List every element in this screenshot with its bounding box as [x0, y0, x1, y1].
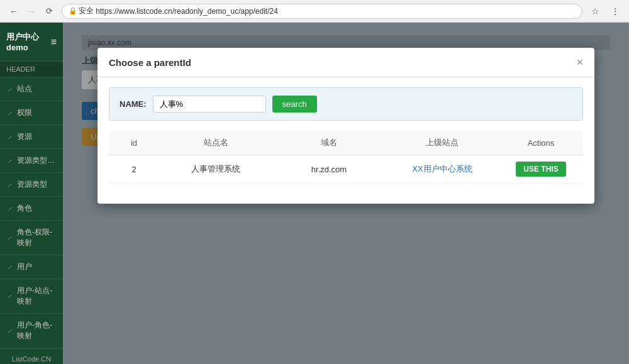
yonghu-icon: ⟋	[6, 263, 13, 271]
sidebar-item-label: 权限	[17, 108, 32, 118]
sidebar-item-yonghu[interactable]: ⟋ 用户	[0, 255, 63, 279]
sidebar-item-label: 站点	[17, 84, 32, 94]
bookmark-button[interactable]: ☆	[587, 4, 603, 19]
parent-link[interactable]: XX用户中心系统	[412, 164, 472, 174]
yonghu-zhangdian-icon: ⟋	[6, 292, 13, 300]
sidebar-item-label: 资源	[17, 131, 32, 142]
sidebar-item-quanxian[interactable]: ⟋ 权限	[0, 101, 63, 125]
table-body: 2 人事管理系统 hr.zd.com XX用户中心系统 USE THIS	[109, 155, 583, 184]
sidebar-item-label: 用户	[17, 262, 32, 272]
sidebar-item-label: 资源类型	[17, 179, 47, 190]
sidebar-item-yonghu-zhangdian[interactable]: ⟋ 用户-站点-映射	[0, 279, 63, 314]
sidebar-item-label: 角色	[17, 203, 32, 214]
quanxian-icon: ⟋	[6, 109, 13, 117]
sidebar-item-ziyuanleixingx[interactable]: ⟋ 资源类型…	[0, 149, 63, 173]
cell-action: USE THIS	[499, 155, 583, 184]
modal-footer	[97, 194, 594, 204]
col-actions: Actions	[499, 131, 583, 155]
table-header: id 站点名 域名 上级站点 Actions	[109, 131, 583, 155]
table-row: 2 人事管理系统 hr.zd.com XX用户中心系统 USE THIS	[109, 155, 583, 184]
sidebar-item-ziyuan[interactable]: ⟋ 资源	[0, 125, 63, 149]
cell-id: 2	[109, 155, 159, 184]
col-name: 站点名	[159, 131, 272, 155]
modal-overlay: Choose a parentId × NAME: search id	[63, 23, 629, 364]
sidebar-item-label: 角色-权限-映射	[17, 227, 57, 248]
search-button[interactable]: search	[272, 96, 317, 113]
search-bar: NAME: search	[109, 87, 583, 121]
col-id: id	[109, 131, 159, 155]
sidebar: 用户中心demo ≡ HEADER ⟋ 站点 ⟋ 权限 ⟋ 资源 ⟋ 资源类型……	[0, 23, 63, 364]
zhangdian-icon: ⟋	[6, 85, 13, 93]
secure-label: 安全	[79, 6, 94, 16]
search-name-label: NAME:	[120, 99, 147, 109]
sidebar-item-yonghu-jiaose[interactable]: ⟋ 用户-角色-映射	[0, 314, 63, 348]
app-container: 用户中心demo ≡ HEADER ⟋ 站点 ⟋ 权限 ⟋ 资源 ⟋ 资源类型……	[0, 23, 629, 364]
sidebar-item-jiaose[interactable]: ⟋ 角色	[0, 197, 63, 221]
reload-button[interactable]: ⟳	[42, 4, 57, 19]
url-text: https://www.listcode.cn/readonly_demo_uc…	[96, 7, 278, 16]
col-domain: 域名	[272, 131, 386, 155]
sidebar-item-label: 用户-站点-映射	[17, 285, 57, 307]
nav-buttons: ← → ⟳	[6, 4, 57, 19]
sidebar-footer: ListCode.CN	[0, 348, 63, 364]
sidebar-nav: HEADER ⟋ 站点 ⟋ 权限 ⟋ 资源 ⟋ 资源类型… ⟋ 资源类型	[0, 62, 63, 348]
jiaose-quanxian-icon: ⟋	[6, 234, 13, 241]
modal-dialog: Choose a parentId × NAME: search id	[97, 48, 594, 204]
modal-header: Choose a parentId ×	[97, 48, 594, 77]
use-this-button[interactable]: USE THIS	[516, 162, 565, 177]
sidebar-header-label: HEADER	[0, 62, 63, 77]
cell-name: 人事管理系统	[159, 155, 272, 184]
sidebar-item-zhangdian[interactable]: ⟋ 站点	[0, 77, 63, 101]
ziyuanleixing-icon: ⟋	[6, 181, 13, 189]
jiaose-icon: ⟋	[6, 205, 13, 212]
address-bar[interactable]: 🔒 安全 https://www.listcode.cn/readonly_de…	[62, 4, 582, 19]
forward-button[interactable]: →	[24, 4, 39, 19]
cell-parent: XX用户中心系统	[386, 155, 499, 184]
sidebar-item-label: 资源类型…	[17, 155, 55, 166]
secure-icon: 🔒	[69, 7, 77, 15]
search-input[interactable]	[153, 96, 266, 113]
modal-title: Choose a parentId	[109, 57, 191, 68]
menu-button[interactable]: ⋮	[608, 4, 623, 19]
yonghu-jiaose-icon: ⟋	[6, 327, 13, 334]
modal-close-button[interactable]: ×	[576, 57, 583, 68]
sidebar-item-ziyuanleixing[interactable]: ⟋ 资源类型	[0, 173, 63, 197]
col-parent: 上级站点	[386, 131, 499, 155]
modal-body: NAME: search id 站点名 域名 上级站点 Actio	[97, 77, 594, 194]
cell-domain: hr.zd.com	[272, 155, 386, 184]
sidebar-header: 用户中心demo ≡	[0, 23, 63, 62]
sidebar-item-label: 用户-角色-映射	[17, 320, 57, 341]
ziyuanleixingx-icon: ⟋	[6, 157, 13, 165]
sidebar-item-jiaose-quanxian[interactable]: ⟋ 角色-权限-映射	[0, 221, 63, 255]
results-table: id 站点名 域名 上级站点 Actions 2 人事管理系统 hr.zd.co…	[109, 131, 583, 184]
sidebar-logo: 用户中心demo	[6, 31, 51, 52]
browser-chrome: ← → ⟳ 🔒 安全 https://www.listcode.cn/reado…	[0, 0, 629, 23]
hamburger-icon[interactable]: ≡	[51, 36, 57, 48]
main-content: jixiao.xx.com 上级站点 人事管理系统 choose clear U…	[63, 23, 629, 364]
back-button[interactable]: ←	[6, 4, 21, 19]
ziyuan-icon: ⟋	[6, 133, 13, 141]
